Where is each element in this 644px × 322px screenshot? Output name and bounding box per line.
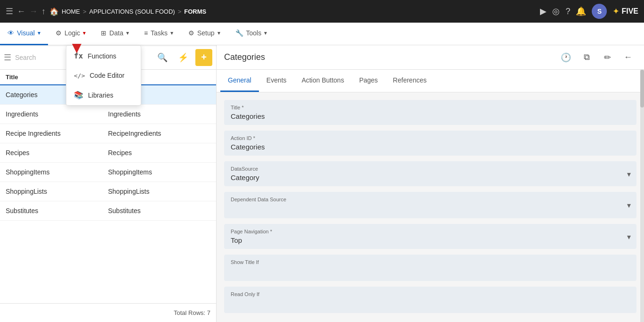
row-title-1: Ingredients [6, 110, 108, 118]
top-nav-bar: ☰ ← → ↑ 🏠 HOME > APPLICATIONS (SOUL FOOD… [0, 0, 644, 23]
home-icon: 🏠 [49, 7, 59, 16]
breadcrumb-forms[interactable]: FORMS [184, 8, 206, 15]
circle-search-icon[interactable]: ◎ [552, 6, 560, 17]
breadcrumb-sep-1: > [83, 8, 87, 15]
play-icon[interactable]: ▶ [540, 6, 547, 17]
top-nav-left: ☰ ← → ↑ 🏠 HOME > APPLICATIONS (SOUL FOOD… [6, 6, 536, 17]
show-title-if-label: Show Title If [231, 259, 630, 265]
visual-eye-icon: 👁 [8, 29, 14, 37]
libraries-label: Libraries [88, 91, 113, 99]
data-icon: ⊞ [101, 29, 106, 37]
table-row[interactable]: ShoppingLists ShoppingLists [0, 182, 216, 201]
setup-icon: ⚙ [188, 29, 194, 37]
edit-icon[interactable]: ✏ [599, 49, 616, 66]
right-panel: Categories 🕐 ⧉ ✏ ← General Events Action… [217, 45, 644, 322]
up-icon[interactable]: ↑ [41, 7, 46, 17]
nav-tab-visual[interactable]: 👁 Visual ▾ [0, 23, 48, 45]
data-tab-label: Data [109, 29, 123, 37]
read-only-if-value [231, 299, 630, 308]
search-label: Search [15, 54, 36, 61]
row-action-2: RecipeIngredients [108, 130, 211, 137]
help-icon[interactable]: ? [565, 7, 570, 17]
forward-icon[interactable]: → [29, 7, 38, 17]
table-row[interactable]: ShoppingItems ShoppingItems [0, 163, 216, 182]
functions-label: Functions [88, 52, 116, 60]
read-only-if-label: Read Only If [231, 291, 630, 297]
row-action-3: Recipes [108, 149, 211, 157]
right-scrollbar[interactable] [640, 70, 644, 322]
nav-tab-tools[interactable]: 🔧 Tools ▾ [228, 23, 275, 45]
dependent-datasource-dropdown-icon: ▾ [627, 201, 631, 210]
history-icon[interactable]: 🕐 [557, 49, 574, 66]
tab-general[interactable]: General [220, 70, 259, 92]
show-title-if-field[interactable]: Show Title If [224, 255, 636, 281]
tab-pages[interactable]: Pages [352, 70, 386, 92]
nav-tab-tasks[interactable]: ≡ Tasks ▾ [137, 23, 181, 45]
row-title-2: Recipe Ingredients [6, 130, 108, 137]
back-icon[interactable]: ← [17, 7, 25, 17]
table-row[interactable]: Recipes Recipes [0, 143, 216, 163]
row-action-6: Substitutes [108, 207, 211, 215]
top-nav-right: ▶ ◎ ? 🔔 S ✦ FIVE [540, 4, 638, 19]
tools-icon: 🔧 [235, 29, 243, 37]
dropdown-item-code-editor[interactable]: </> Code Editor [66, 66, 141, 85]
five-logo-text: FIVE [621, 7, 638, 16]
tab-references[interactable]: References [386, 70, 435, 92]
dependent-datasource-label: Dependent Data Source [231, 197, 630, 202]
dropdown-item-functions[interactable]: fx Functions [66, 46, 141, 66]
data-arrow: ▾ [126, 30, 129, 36]
page-navigation-value: Top [231, 236, 630, 244]
tools-tab-label: Tools [246, 29, 262, 37]
table-row[interactable]: Ingredients Ingredients [0, 105, 216, 124]
row-action-5: ShoppingLists [108, 188, 211, 195]
add-button[interactable]: + [195, 49, 212, 66]
left-menu-icon[interactable]: ☰ [4, 52, 11, 63]
scrollbar-thumb [640, 70, 644, 107]
user-avatar[interactable]: S [592, 4, 607, 19]
code-editor-label: Code Editor [89, 72, 124, 79]
datasource-field[interactable]: DataSource Category ▾ [224, 161, 636, 186]
row-title-6: Substitutes [6, 207, 108, 215]
flash-button[interactable]: ⚡ [175, 49, 192, 66]
logic-arrow: ▾ [83, 30, 86, 36]
search-button[interactable]: 🔍 [154, 49, 171, 66]
visual-tab-label: Visual [17, 29, 35, 37]
nav-tab-logic[interactable]: ⚙ Logic ▾ [48, 23, 93, 45]
row-title-5: ShoppingLists [6, 188, 108, 195]
action-id-label: Action ID * [231, 135, 630, 141]
tasks-arrow: ▾ [170, 30, 173, 36]
page-navigation-field[interactable]: Page Navigation * Top ▾ [224, 224, 636, 249]
title-field-label: Title * [231, 105, 630, 110]
breadcrumb-home[interactable]: HOME [62, 8, 80, 15]
right-panel-header: Categories 🕐 ⧉ ✏ ← [217, 45, 644, 70]
libraries-icon: 📚 [74, 91, 83, 99]
code-editor-icon: </> [74, 72, 85, 79]
tasks-tab-label: Tasks [151, 29, 168, 37]
row-action-4: ShoppingItems [108, 168, 211, 176]
dropdown-item-libraries[interactable]: 📚 Libraries [66, 85, 141, 105]
setup-arrow: ▾ [217, 30, 220, 36]
nav-tab-data[interactable]: ⊞ Data ▾ [93, 23, 137, 45]
tab-action-buttons[interactable]: Action Buttons [294, 70, 352, 92]
action-id-field[interactable]: Action ID * Categories [224, 131, 636, 156]
breadcrumb-app[interactable]: APPLICATIONS (SOUL FOOD) [89, 8, 175, 15]
logic-dropdown-menu: fx Functions </> Code Editor 📚 Libraries [66, 45, 141, 106]
second-nav-bar: 👁 Visual ▾ ⚙ Logic ▾ ⊞ Data ▾ ≡ Tasks ▾ … [0, 23, 644, 45]
copy-icon[interactable]: ⧉ [578, 49, 595, 66]
tools-arrow: ▾ [264, 30, 267, 36]
back-arrow-icon[interactable]: ← [620, 49, 636, 66]
bell-icon[interactable]: 🔔 [576, 6, 586, 17]
row-action-1: Ingredients [108, 110, 211, 118]
row-title-3: Recipes [6, 149, 108, 157]
form-content: Title * Categories Action ID * Categorie… [217, 92, 644, 322]
title-field[interactable]: Title * Categories [224, 100, 636, 125]
functions-icon: fx [74, 51, 83, 60]
read-only-if-field[interactable]: Read Only If [224, 287, 636, 313]
dependent-datasource-field[interactable]: Dependent Data Source ▾ [224, 192, 636, 218]
tab-events[interactable]: Events [259, 70, 294, 92]
menu-icon[interactable]: ☰ [6, 6, 13, 17]
nav-tab-setup[interactable]: ⚙ Setup ▾ [181, 23, 228, 45]
action-id-value: Categories [231, 143, 630, 151]
table-row[interactable]: Recipe Ingredients RecipeIngredients [0, 124, 216, 143]
table-row[interactable]: Substitutes Substitutes [0, 201, 216, 221]
